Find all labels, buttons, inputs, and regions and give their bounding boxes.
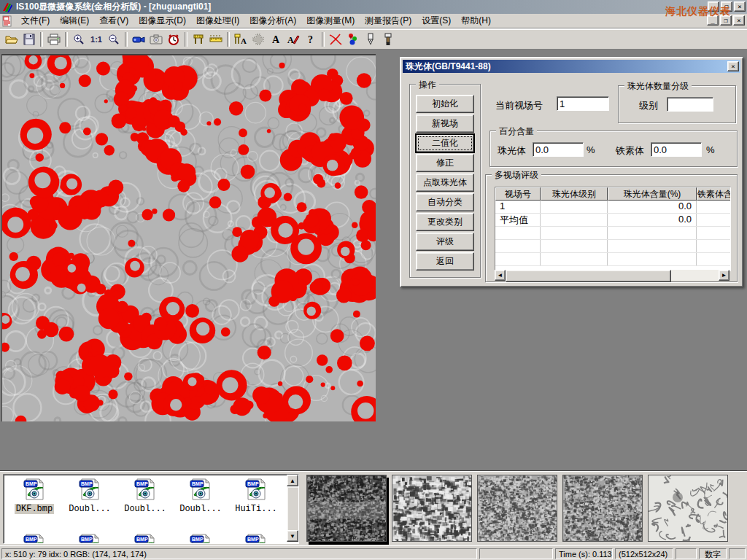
return-button[interactable]: 返回: [416, 252, 474, 271]
mdi-close-button[interactable]: ×: [733, 15, 745, 26]
percent-group-label: 百分含量: [496, 125, 537, 138]
zoom-out-icon[interactable]: [105, 31, 123, 48]
table-row[interactable]: 平均值 0.0: [495, 214, 731, 227]
bmp-file-icon: BMP: [188, 533, 213, 544]
new-field-button[interactable]: 新视场: [416, 114, 474, 133]
timer-clock-icon[interactable]: [165, 31, 182, 48]
file-name[interactable]: DKF.bmp: [15, 504, 54, 514]
file-item[interactable]: BMP: [230, 533, 282, 544]
file-item[interactable]: BMP: [8, 533, 61, 544]
operations-group: 操作 初始化 新视场 二值化 修正 点取珠光体 自动分类 更改类别 评级 返回: [409, 84, 481, 278]
menu-image-measure[interactable]: 图像测量(M): [301, 13, 360, 28]
svg-text:BMP: BMP: [192, 537, 204, 542]
table-horizontal-scrollbar[interactable]: ◄ ►: [495, 270, 729, 281]
dialog-title-bar[interactable]: 珠光体(GB/T9441-88) ×: [403, 60, 740, 73]
menu-help[interactable]: 帮助(H): [456, 13, 496, 28]
pen-tool-icon[interactable]: [362, 31, 379, 48]
current-field-input[interactable]: [557, 96, 609, 111]
file-item[interactable]: BMP: [174, 533, 227, 544]
current-field-label: 当前视场号: [495, 99, 543, 112]
rating-table: 视场号 珠光体级别 珠光体含量(%) 铁素体含量(%) 1 0.0 平均值 0.…: [495, 187, 731, 271]
file-item[interactable]: BMP Doubl...: [174, 478, 227, 514]
pick-pearlite-button[interactable]: 点取珠光体: [416, 174, 474, 192]
menu-image-processing[interactable]: 图像处理(I): [191, 13, 244, 28]
grade-input[interactable]: [667, 97, 713, 112]
cell-field-no: 平均值: [495, 214, 541, 226]
status-panel-empty: [676, 548, 697, 559]
file-browser-scrollbar[interactable]: ▲ ▼: [287, 475, 298, 542]
cell-pearlite-grade: [541, 214, 608, 226]
toolbar-separator: [322, 32, 325, 47]
curve-tool-icon[interactable]: [327, 31, 344, 48]
svg-text:BMP: BMP: [136, 537, 148, 542]
mode-status: 数字: [699, 548, 727, 559]
phase-particles-icon[interactable]: [344, 31, 362, 48]
thumbnail-image-4[interactable]: [562, 475, 643, 542]
binarize-button[interactable]: 二值化: [416, 134, 474, 152]
menu-report[interactable]: 测量报告(P): [360, 13, 417, 28]
menu-view[interactable]: 查看(V): [94, 13, 133, 28]
ferrite-percent-input[interactable]: [651, 142, 702, 157]
scrollbar-thumb[interactable]: [287, 486, 299, 532]
annotate-text-icon[interactable]: A: [285, 31, 302, 48]
thumbnail-image-1[interactable]: [306, 475, 387, 542]
menu-edit[interactable]: 编辑(E): [55, 13, 94, 28]
file-name[interactable]: Doubl...: [178, 504, 223, 514]
save-icon[interactable]: [20, 31, 38, 48]
header-pearlite-grade[interactable]: 珠光体级别: [541, 187, 608, 201]
print-icon[interactable]: [45, 31, 63, 48]
correct-button[interactable]: 修正: [416, 154, 474, 172]
capture-camera-icon[interactable]: [147, 31, 165, 48]
ferrite-label: 铁素体: [616, 144, 644, 158]
thumbnail-image-2[interactable]: [392, 475, 472, 542]
specimen-image[interactable]: [1, 54, 376, 421]
file-browser: BMP DKF.bmp BMP BMP Doubl... BMP BMP Dou…: [3, 474, 299, 544]
thumbnail-image-3[interactable]: [477, 475, 557, 542]
table-row[interactable]: 1 0.0: [495, 201, 731, 214]
brush-tool-icon[interactable]: [379, 31, 397, 48]
open-icon[interactable]: [3, 31, 20, 48]
thumbnail-image-5[interactable]: [648, 475, 728, 542]
rate-button[interactable]: 评级: [416, 233, 474, 251]
file-item[interactable]: BMP HuiTi...: [230, 478, 282, 514]
measure-text-icon[interactable]: A: [232, 31, 249, 48]
caliper-icon[interactable]: [190, 31, 207, 48]
scrollbar-thumb[interactable]: [506, 270, 671, 282]
file-name[interactable]: Doubl...: [67, 504, 112, 514]
table-row-empty: [495, 227, 731, 240]
menu-image-display[interactable]: 图像显示(D): [133, 13, 191, 28]
menu-file[interactable]: 文件(F): [16, 13, 55, 28]
menu-image-analysis[interactable]: 图像分析(A): [244, 13, 301, 28]
file-item[interactable]: BMP DKF.bmp: [8, 478, 61, 514]
grid-tool-icon[interactable]: [249, 31, 267, 48]
file-name[interactable]: Doubl...: [123, 504, 168, 514]
file-item[interactable]: BMP Doubl...: [119, 478, 171, 514]
scroll-up-icon[interactable]: ▲: [287, 475, 298, 486]
zoom-in-icon[interactable]: [70, 31, 88, 48]
file-item[interactable]: BMP: [119, 533, 171, 544]
scroll-left-icon[interactable]: ◄: [495, 270, 506, 281]
video-camera-icon[interactable]: [130, 31, 147, 48]
menu-settings[interactable]: 设置(S): [417, 13, 456, 28]
initialize-button[interactable]: 初始化: [416, 95, 474, 113]
header-field-no[interactable]: 视场号: [495, 187, 541, 201]
status-panel-empty: [479, 548, 553, 559]
file-name[interactable]: HuiTi...: [233, 504, 279, 514]
dialog-close-icon[interactable]: ×: [727, 61, 739, 71]
change-class-button[interactable]: 更改类别: [416, 213, 474, 231]
file-item[interactable]: BMP: [63, 533, 116, 544]
header-pearlite-content[interactable]: 珠光体含量(%): [608, 187, 697, 201]
close-button[interactable]: ×: [734, 1, 746, 12]
table-row-empty: [495, 253, 731, 266]
pearlite-percent-input[interactable]: [533, 142, 584, 157]
text-tool-icon[interactable]: A: [267, 31, 285, 48]
actual-size-icon[interactable]: 1:1: [88, 31, 105, 48]
scroll-down-icon[interactable]: ▼: [287, 530, 298, 542]
header-ferrite-content[interactable]: 铁素体含量(%): [697, 187, 731, 201]
file-item[interactable]: BMP Doubl...: [63, 478, 116, 514]
scroll-right-icon[interactable]: ►: [719, 270, 729, 281]
ruler-icon[interactable]: [207, 31, 225, 48]
auto-classify-button[interactable]: 自动分类: [416, 193, 474, 211]
help-icon[interactable]: ?: [302, 31, 320, 48]
bmp-file-icon: BMP: [133, 478, 158, 501]
